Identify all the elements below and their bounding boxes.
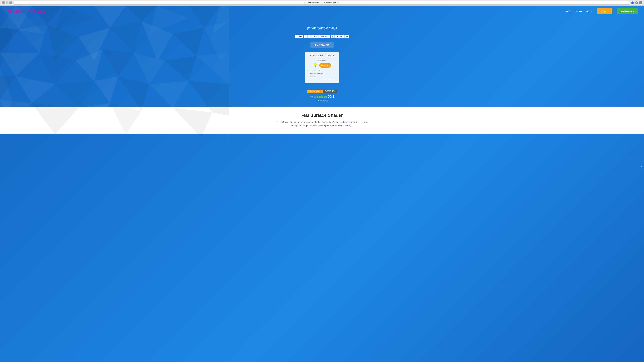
fork-icon: ⑂ [296,35,298,37]
merchant-icons: 💡 ⊙ bitcoin [307,63,337,67]
merchant-footer: Powered by MintedMerchant [307,79,337,81]
fork-count: 8 [304,34,308,38]
fps-value: 30.2 [328,94,334,98]
flat-surface-link[interactable]: Flat Surface Shader [336,121,355,123]
fps-bar-1 [315,96,315,98]
github-buttons: ⑂ Fork 8 ⊙ Follow @TritonCode 0 ★ Star 5… [295,34,349,38]
follow-icon: ⊙ [310,35,311,37]
fps-bar-6 [318,95,318,98]
user-icon[interactable]: 👤 [631,1,634,4]
follow-label: Follow @TritonCode [312,35,329,37]
browser-nav-controls: ◀ ▶ ▤ [2,1,12,4]
section-title: Flat Surface Shader [6,113,638,118]
download-icon: ▲ [633,10,635,12]
feature-fees: ✓ No fees [307,75,337,78]
bookmark-icon[interactable]: ⊡ [639,1,642,4]
follow-count: 0 [331,34,334,38]
reader-mode-button[interactable]: ▤ [10,1,12,4]
section-below: Flat Surface Shader This JQuery plugin i… [0,106,644,134]
merchant-title: MINTED MERCHANT [307,54,337,58]
nav-demo[interactable]: DEMO [576,10,582,12]
fps-bar-16 [324,95,325,98]
fps-bar-17 [325,95,325,98]
star-button[interactable]: ★ Star [335,34,344,38]
url-text: geometryangle.tritoncode.com/#demo [304,2,336,4]
nav-home[interactable]: HOME [565,10,571,12]
back-button[interactable]: ◀ [2,1,5,4]
browser-actions: 👤 ⬆ ⊡ [631,1,642,4]
fps-label: FPS [310,95,313,97]
bitcoin-icon: ₿ [309,90,310,92]
feature-withdrawal: ✓ Instant Withdrawal [307,72,337,75]
fps-bar-3 [316,95,316,98]
merchant-subtitle: Small website [307,60,337,62]
share-icon[interactable]: ⬆ [635,1,638,4]
download-label: DOWNLOAD [620,10,632,12]
fps-bar-19 [326,96,326,98]
fps-bar-14 [323,97,324,98]
fps-bars [314,95,326,98]
merchant-features: ✓ Maximised Revenue ✓ Instant Withdrawal… [307,69,337,78]
bitcoin-text: bitcoin [324,64,329,66]
star-count: 53 [344,34,349,38]
fps-bar-11 [321,95,322,98]
fps-bar-9 [320,95,320,98]
nav-docs[interactable]: DOCS [586,10,593,12]
feature-fees-text: No fees [310,76,316,77]
fps-bar-4 [317,95,317,98]
fps-bar-5 [317,96,318,98]
section-text-before: This JQuery plugin is an adaptation of M… [276,121,336,123]
download-nav-button[interactable]: DOWNLOAD ▲ [617,8,638,14]
fps-bar-10 [320,95,321,98]
section-text: This JQuery plugin is an adaptation of M… [275,120,369,127]
donate-button[interactable]: DONATE [597,8,612,14]
navbar: GEOMETRYANGLE HOME DEMO DOCS DONATE DOWN… [0,6,644,17]
fps-bar-8 [319,96,320,98]
filename: geometryangle.min.js [307,26,337,30]
check-icon-1: ✓ [307,70,309,72]
download-main-button[interactable]: DOWNLOAD [310,42,334,48]
forward-button[interactable]: ▶ [6,1,8,4]
bitcoin-badge[interactable]: ⊙ bitcoin [319,63,331,67]
fps-bar-7 [318,95,319,98]
fps-bar-0 [314,97,314,98]
fork-button[interactable]: ⑂ Fork [295,34,303,38]
check-icon-3: ✓ [307,75,309,78]
fps-bar-15 [324,96,324,98]
fps-bar-13 [322,96,323,98]
side-indicator [641,166,642,167]
merchant-card: MINTED MERCHANT Small website 💡 ⊙ bitcoi… [305,51,339,83]
page-wrapper: GEOMETRYANGLE HOME DEMO DOCS DONATE DOWN… [0,6,644,362]
star-label: Star [339,35,342,37]
check-icon-2: ✓ [307,73,309,75]
star-icon: ★ [336,35,338,37]
fork-label: Fork [298,35,302,37]
refresh-icon[interactable]: ↻ [337,1,339,4]
feature-revenue-text: Maximised Revenue [310,70,326,72]
logo[interactable]: GEOMETRYANGLE [6,9,46,14]
follow-button[interactable]: ⊙ Follow @TritonCode [308,34,330,38]
browser-chrome: ◀ ▶ ▤ geometryangle.tritoncode.com/#demo… [0,0,644,6]
fps-bar-2 [316,96,316,98]
donate-bitcoin-label: Donate Bitcoin [310,90,322,92]
lightbulb-icon: 💡 [313,63,318,67]
bitcoin-symbol: ⊙ [321,64,323,67]
nav-links: HOME DEMO DOCS DONATE DOWNLOAD ▲ [565,8,638,14]
btc-amount: 0.0000 BTC [324,89,337,93]
fps-bar-12 [322,96,322,98]
fps-bar-18 [326,96,326,98]
fps-counter: FPS 30.2 [310,94,334,98]
main-content: geometryangle.min.js ⑂ Fork 8 ⊙ Follow @… [0,17,644,106]
feature-revenue: ✓ Maximised Revenue [307,69,337,72]
address-bar[interactable]: geometryangle.tritoncode.com/#demo ↻ [14,1,630,4]
vertices-text: 440 vertices [316,99,328,102]
donate-bar: ₿ Donate Bitcoin 0.0000 BTC [307,89,337,93]
donate-bitcoin-button[interactable]: ₿ Donate Bitcoin [307,89,323,93]
feature-withdrawal-text: Instant Withdrawal [310,73,324,75]
